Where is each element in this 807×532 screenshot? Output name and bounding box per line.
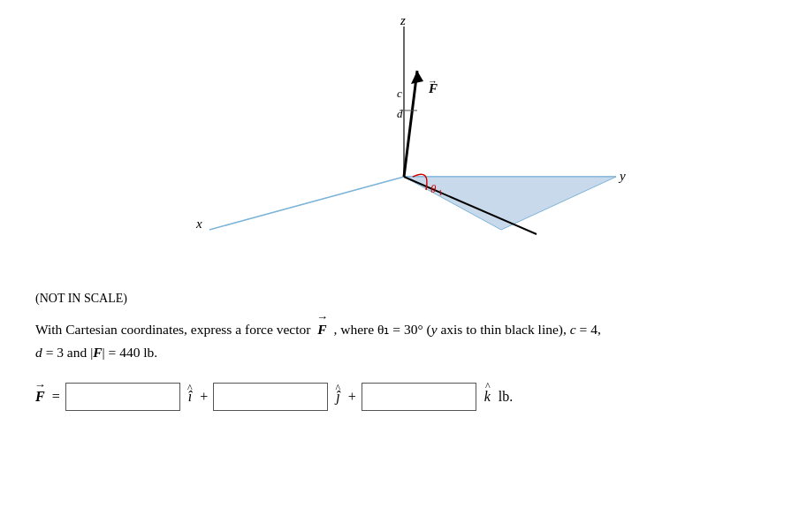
equals-sign: = (52, 389, 60, 405)
y-axis-note: (y axis to thin black line), c = 4, (426, 322, 600, 337)
plus1: + (200, 389, 208, 405)
svg-line-5 (404, 71, 417, 177)
diagram: c d F → θ 1 z y x (156, 18, 651, 283)
k-hat-label: ^ k (484, 389, 491, 405)
svg-marker-6 (411, 71, 423, 84)
problem-intro: With Cartesian coordinates, express a fo… (35, 322, 310, 337)
unit-label: lb. (499, 389, 513, 405)
i-component-input[interactable] (65, 383, 180, 411)
svg-text:d: d (397, 107, 403, 120)
plus2: + (348, 389, 356, 405)
problem-text: With Cartesian coordinates, express a fo… (35, 318, 772, 365)
magnitude-label: |F| (90, 341, 105, 364)
svg-text:→: → (428, 76, 438, 87)
j-component-input[interactable] (213, 383, 328, 411)
where-text: , where θ₁ = 30° (334, 322, 423, 337)
i-hat-label: î (188, 389, 192, 405)
svg-text:θ: θ (430, 182, 437, 195)
svg-line-0 (209, 177, 404, 230)
magnitude-value: = 440 lb. (109, 345, 158, 360)
k-component-input[interactable] (362, 383, 476, 411)
svg-text:c: c (397, 87, 402, 100)
answer-equation: → F = î + ĵ + ^ k lb. (35, 383, 772, 411)
svg-text:z: z (400, 18, 406, 27)
d-eq: d = 3 and (35, 345, 90, 360)
j-hat-label: ĵ (336, 389, 339, 405)
svg-text:y: y (618, 169, 626, 183)
not-in-scale-label: (NOT IN SCALE) (35, 292, 772, 306)
svg-text:x: x (195, 217, 202, 231)
svg-text:1: 1 (438, 188, 443, 197)
F-eq-label: → F (35, 389, 45, 405)
